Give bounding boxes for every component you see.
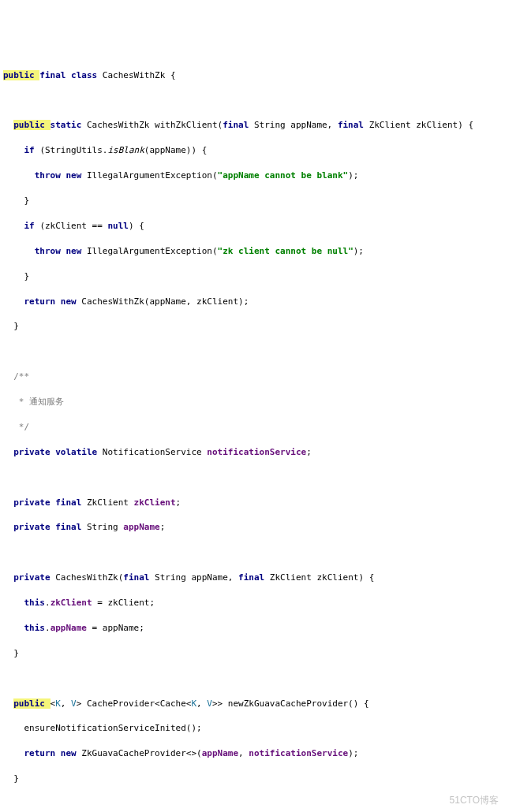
code-line: } <box>3 773 502 785</box>
code-line: public <K, V> CacheProvider<Cache<K, V>>… <box>3 698 502 710</box>
code-line: private volatile NotificationService not… <box>3 446 502 459</box>
code-line <box>3 345 502 358</box>
code-line: public static CachesWithZk withZkClient(… <box>3 119 502 132</box>
code-line <box>3 471 502 484</box>
code-line: this.zkClient = zkClient; <box>3 597 502 609</box>
code-line: private final ZkClient zkClient; <box>3 497 502 509</box>
code-line: * 通知服务 <box>3 396 502 408</box>
code-line: if (zkClient == null) { <box>3 220 502 233</box>
code-block: public final class CachesWithZk { public… <box>3 57 502 812</box>
code-line: } <box>3 647 502 660</box>
code-line <box>3 672 502 685</box>
code-line: private final String appName; <box>3 521 502 534</box>
code-line: } <box>3 195 502 207</box>
code-line: public final class CachesWithZk { <box>3 69 502 82</box>
code-line: } <box>3 270 502 283</box>
code-line: return new ZkGuavaCacheProvider<>(appNam… <box>3 747 502 760</box>
code-line: /** <box>3 371 502 383</box>
code-line: return new CachesWithZk(appName, zkClien… <box>3 296 502 308</box>
code-line: this.appName = appName; <box>3 622 502 635</box>
code-line: ensureNotificationServiceInited(); <box>3 722 502 735</box>
code-line: throw new IllegalArgumentException("appN… <box>3 169 502 182</box>
code-line <box>3 546 502 559</box>
code-line: private CachesWithZk(final String appNam… <box>3 572 502 584</box>
code-line: } <box>3 320 502 333</box>
code-line: */ <box>3 421 502 434</box>
code-line: throw new IllegalArgumentException("zk c… <box>3 245 502 258</box>
code-line: if (StringUtils.isBlank(appName)) { <box>3 144 502 157</box>
code-line <box>3 95 502 107</box>
code-line <box>3 798 502 810</box>
